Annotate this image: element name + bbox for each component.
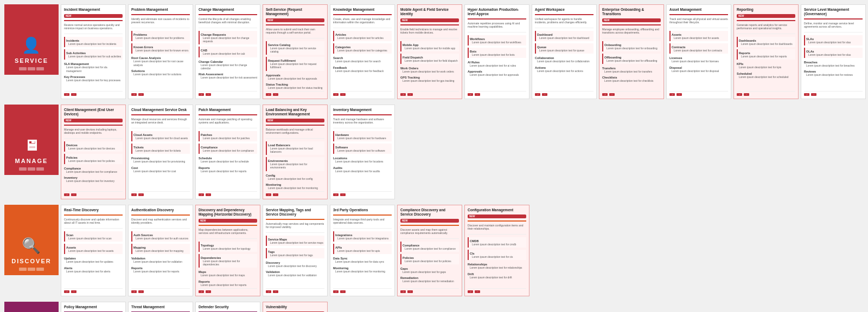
card-footer-dot[interactable]: →	[206, 93, 211, 96]
card-footer-dot[interactable]: ✓	[131, 193, 137, 196]
card-footer-dot[interactable]: →	[138, 290, 144, 293]
card-section-title: Tags	[268, 250, 323, 253]
card-section-title: Environments	[268, 159, 323, 162]
card[interactable]: Patch ManagementAutomate and manage patc…	[195, 105, 260, 199]
card-footer-dot[interactable]: →	[407, 93, 413, 96]
card[interactable]: Knowledge ManagementCreate, share, use a…	[330, 4, 395, 99]
card-footer-dot[interactable]: ✓	[266, 93, 271, 96]
card-footer-dot[interactable]: ✓	[804, 93, 809, 96]
card-footer-dot[interactable]: ✓	[535, 93, 540, 96]
card-section-item: Lorem ipsum description text for license…	[669, 60, 728, 63]
secure-cards: Policy ManagementCreate, manage and enfo…	[61, 302, 328, 312]
card-footer-dot[interactable]: →	[71, 290, 76, 293]
card-section: Risk AssessmentLorem ipsum description t…	[199, 72, 257, 80]
card-footer-dot[interactable]: ✓	[400, 93, 406, 96]
card-footer-dot[interactable]: ✓	[64, 193, 69, 196]
card-footer-dot[interactable]: →	[71, 93, 76, 96]
card-footer-dot[interactable]: ✓	[131, 93, 137, 96]
card[interactable]: Self-Service (Request Management)NEWAllo…	[263, 4, 328, 99]
card-section: CategoriesLorem ipsum description text f…	[335, 46, 391, 53]
card[interactable]: Problem ManagementIdentify and eliminate…	[128, 4, 193, 99]
card[interactable]: Configuration ManagementNEWDiscover and …	[464, 205, 529, 296]
card-footer-dot[interactable]: ✓	[333, 290, 339, 293]
card-description: Define, monitor and manage service level…	[804, 22, 863, 29]
card[interactable]: Inventory ManagementTrack and manage har…	[330, 105, 395, 199]
card[interactable]: Real-Time DiscoveryContinuously discover…	[61, 205, 126, 296]
card-title: Configuration Management	[468, 208, 526, 212]
card[interactable]: Mobile Agent & Field Service IdentityNEW…	[397, 4, 462, 99]
card-footer-dot[interactable]: ✓	[468, 93, 473, 96]
card[interactable]: Incident ManagementNEWRestore normal ser…	[61, 4, 126, 99]
card-footer-dot[interactable]: ✓	[333, 93, 339, 96]
card-section: RelationshipsLorem ipsum description tex…	[468, 262, 526, 270]
card-footer-dot[interactable]: →	[206, 193, 211, 196]
card-description: Manage cloud resources and services thro…	[131, 118, 190, 125]
card-footer-dot[interactable]: ✓	[199, 193, 204, 196]
card[interactable]: Defender SecurityProtect endpoints and s…	[195, 302, 260, 312]
card-footer-dot[interactable]: ✓	[199, 290, 204, 293]
card[interactable]: Cloud Management Service DeskManage clou…	[128, 105, 193, 199]
card[interactable]: ReportingNEWGenerate reports and analyti…	[733, 4, 799, 99]
card-footer-dot[interactable]: →	[138, 193, 144, 196]
card[interactable]: Enterprise Onboarding & TransitionsNEWMa…	[599, 4, 664, 99]
card[interactable]: Asset ManagementTrack and manage all phy…	[666, 4, 731, 99]
card[interactable]: VulnerabilityNEWScan, track and remediat…	[263, 302, 328, 312]
card-footer-dot[interactable]: →	[340, 93, 346, 96]
card-section-item: Lorem ipsum description text for olas	[806, 54, 861, 57]
card[interactable]: Authentication DiscoveryDiscover and map…	[128, 205, 193, 296]
card-footer-dot[interactable]: →	[475, 93, 480, 96]
card-footer-dot[interactable]: ✓	[131, 290, 137, 293]
card[interactable]: Service Mapping, Tags and Service Discov…	[263, 205, 328, 296]
card-footer-dot[interactable]: →	[138, 93, 144, 96]
card[interactable]: Agent WorkspaceUnified workspace for age…	[532, 4, 597, 99]
card-section-item: Lorem ipsum description text for discove…	[266, 265, 324, 268]
card-footer-dot[interactable]: →	[71, 193, 76, 196]
footer-dot	[28, 268, 35, 271]
card-footer-dot[interactable]: ✓	[199, 93, 204, 96]
card-footer-dot[interactable]: →	[744, 93, 749, 96]
card-footer-dot[interactable]: →	[273, 290, 278, 293]
card[interactable]: Change ManagementControl the lifecycle o…	[195, 4, 260, 99]
card[interactable]: Policy ManagementCreate, manage and enfo…	[61, 302, 126, 312]
card-footer-dot[interactable]: →	[340, 193, 346, 196]
card-footer-dot[interactable]: →	[811, 93, 816, 96]
card-footer-dot[interactable]: ✓	[266, 290, 271, 293]
card[interactable]: Service Level Management (Governance)Def…	[801, 4, 866, 99]
card-footer-dot[interactable]: ✓	[333, 193, 339, 196]
card-footer-dot[interactable]: ✓	[602, 93, 608, 96]
card-section: PoliciesLorem ipsum description text for…	[403, 256, 458, 263]
card[interactable]: 3rd Party OperationsIntegrate and manage…	[330, 205, 395, 296]
card-section-title: Field Dispatch	[403, 56, 458, 59]
card[interactable]: Client Management (End User Devices)NEWM…	[61, 105, 126, 199]
card-footer-dot[interactable]: →	[407, 290, 413, 293]
card-description: Manage employee onboarding, offboarding …	[602, 28, 661, 35]
card-section: ReviewsLorem ipsum description text for …	[804, 69, 863, 77]
card-footer-dot[interactable]: →	[273, 93, 278, 96]
card-footer-dot[interactable]: →	[273, 193, 278, 196]
card[interactable]: Load Balancing and Key Environment Manag…	[263, 105, 328, 199]
card-section-block: CIsLorem ipsum description text for cis	[468, 250, 526, 260]
card[interactable]: Threat ManagementIdentify, analyze and r…	[128, 302, 193, 312]
card-section: GapsLorem ipsum description text for gap…	[400, 266, 459, 274]
card-footer-dot[interactable]: →	[206, 290, 211, 293]
card[interactable]: Compliance Discovery and Service Discove…	[397, 205, 462, 296]
card-footer-dot[interactable]: ✓	[669, 93, 675, 96]
card-footer-dot[interactable]: ✓	[737, 93, 742, 96]
card-footer-dot[interactable]: →	[475, 290, 480, 293]
card-footer-dot[interactable]: →	[542, 93, 547, 96]
card-section: DashboardsLorem ipsum description text f…	[739, 39, 794, 46]
card-section-block: ArticlesLorem ipsum description text for…	[333, 31, 392, 41]
card-section-title: GPS Tracking	[400, 76, 459, 79]
card-footer-dot[interactable]: ✓	[266, 193, 271, 196]
card[interactable]: Discovery and Dependency Mapping (Horizo…	[195, 205, 260, 296]
card-footer-dot[interactable]: →	[676, 93, 682, 96]
card-footer-dot[interactable]: ✓	[468, 290, 473, 293]
card-footer-dot[interactable]: →	[609, 93, 615, 96]
card[interactable]: Hyper Automation Production-level Approx…	[464, 4, 529, 99]
card-footer: ✓→	[669, 91, 728, 96]
card-footer-dot[interactable]: ✓	[400, 290, 406, 293]
card-section-title: Problems	[133, 33, 189, 36]
card-footer-dot[interactable]: →	[340, 290, 346, 293]
card-footer-dot[interactable]: ✓	[64, 290, 69, 293]
card-footer-dot[interactable]: ✓	[64, 93, 69, 96]
